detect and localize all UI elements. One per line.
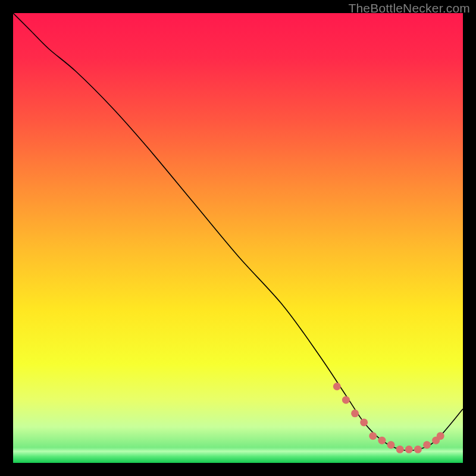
marker-point bbox=[414, 446, 422, 453]
marker-point bbox=[378, 437, 386, 444]
highlighted-range-markers bbox=[13, 13, 463, 463]
marker-point bbox=[351, 409, 359, 417]
marker-point bbox=[387, 441, 395, 449]
marker-point bbox=[437, 432, 444, 440]
marker-point bbox=[333, 383, 341, 390]
marker-point bbox=[342, 396, 350, 404]
marker-point bbox=[369, 432, 377, 440]
chart-frame: TheBottleNecker.com bbox=[0, 0, 476, 476]
marker-point bbox=[360, 418, 368, 426]
marker-point bbox=[396, 446, 404, 453]
watermark: TheBottleNecker.com bbox=[348, 1, 470, 15]
marker-point bbox=[405, 446, 413, 453]
plot-area bbox=[13, 13, 463, 463]
marker-point bbox=[423, 441, 431, 449]
